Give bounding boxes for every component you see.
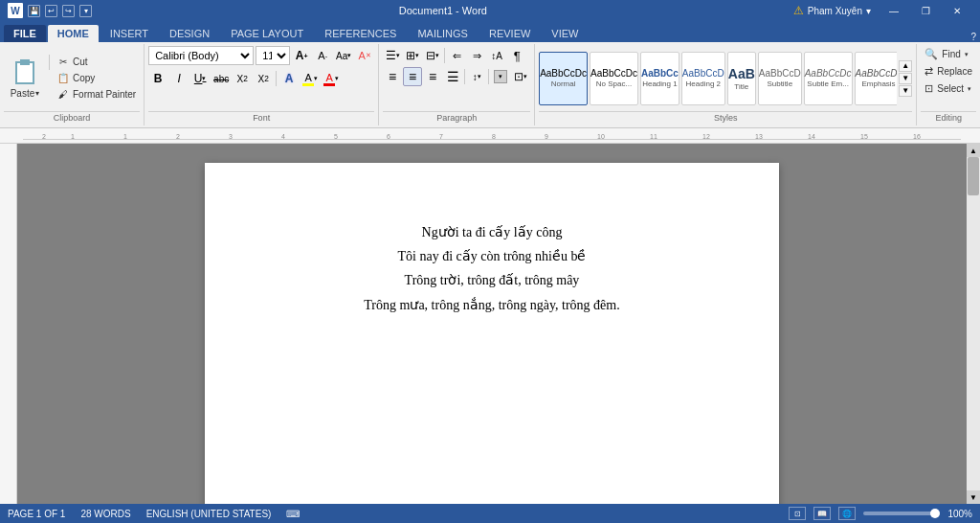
customize-quickaccess-button[interactable]: ▾ (79, 5, 92, 17)
scroll-down-button[interactable]: ▼ (967, 490, 980, 504)
superscript-button[interactable]: X2 (254, 69, 273, 88)
title-bar-left: W 💾 ↩ ↪ ▾ (8, 3, 93, 18)
svg-text:15: 15 (860, 133, 868, 140)
numbering-button[interactable]: ⊞▾ (403, 46, 422, 65)
paragraph-bottom-row: ≡ ≡ ≡ ☰ ↕▾ ▾ ⊡▾ (383, 67, 530, 86)
decrease-indent-button[interactable]: ⇐ (447, 46, 466, 65)
status-right-area: ⊡ 📖 🌐 100% (789, 507, 972, 520)
strikethrough-button[interactable]: abc (212, 69, 231, 88)
font-color-button[interactable]: A ▾ (322, 69, 341, 88)
editing-content: 🔍 Find ▾ ⇄ Replace ⊡ Select ▾ (921, 46, 976, 110)
user-area[interactable]: ⚠ Pham Xuyên ▾ (793, 4, 871, 17)
font-size-select[interactable]: 11 (256, 46, 290, 65)
svg-text:14: 14 (808, 133, 815, 140)
help-icon[interactable]: ? (970, 32, 976, 42)
read-mode-button[interactable]: 📖 (813, 507, 831, 520)
tab-home[interactable]: HOME (48, 25, 99, 42)
bullets-button[interactable]: ☰▾ (383, 46, 402, 65)
line-spacing-button[interactable]: ↕▾ (467, 67, 486, 86)
justify-button[interactable]: ☰ (443, 67, 462, 86)
page-info-label: PAGE 1 OF 1 (8, 509, 65, 519)
align-center-button[interactable]: ≡ (403, 67, 422, 86)
tab-references[interactable]: REFERENCES (315, 25, 406, 42)
style-normal-preview: AaBbCcDc (540, 68, 587, 79)
grow-font-button[interactable]: A+ (292, 46, 311, 65)
svg-text:8: 8 (492, 133, 496, 140)
copy-button[interactable]: 📋 Copy (53, 71, 140, 86)
scrollbar-track[interactable] (967, 157, 980, 490)
word-count-label: 28 WORDS (80, 509, 130, 519)
keyboard-icon: ⌨ (286, 509, 300, 519)
editing-group-label: Editing (921, 111, 976, 124)
style-heading1[interactable]: AaBbCc Heading 1 (640, 52, 679, 105)
styles-group: AaBbCcDc Normal AaBbCcDc No Spac... AaBb… (535, 44, 917, 125)
web-layout-button[interactable]: 🌐 (838, 507, 856, 520)
vertical-scrollbar[interactable]: ▲ ▼ (967, 144, 980, 504)
sort-button[interactable]: ↕A (487, 46, 506, 65)
style-subtitle[interactable]: AaBbCcD Subtitle (758, 52, 802, 105)
redo-quickaccess-button[interactable]: ↪ (62, 5, 75, 17)
tab-insert[interactable]: INSERT (100, 25, 158, 42)
main-area: Người ta đi cấy lấy công Tôi nay đi cấy … (0, 144, 980, 504)
change-case-button[interactable]: Aa▾ (334, 46, 353, 65)
undo-quickaccess-button[interactable]: ↩ (45, 5, 57, 17)
styles-group-label: Styles (539, 111, 912, 124)
font-content: Calibri (Body) 11 A+ A- Aa▾ A✕ B I U▾ ab… (148, 46, 374, 110)
language-label[interactable]: ENGLISH (UNITED STATES) (146, 509, 272, 519)
minimize-button[interactable]: — (879, 0, 909, 21)
clipboard-group: Paste ▾ ✂ Cut 📋 Copy 🖌 (0, 44, 145, 125)
font-name-select[interactable]: Calibri (Body) (148, 46, 254, 65)
restore-button[interactable]: ❐ (910, 0, 941, 21)
underline-button[interactable]: U▾ (190, 69, 210, 88)
replace-button[interactable]: ⇄ Replace (921, 63, 976, 80)
clear-formatting-button[interactable]: A✕ (355, 46, 374, 65)
print-layout-view-button[interactable]: ⊡ (789, 507, 806, 520)
borders-button[interactable]: ⊡▾ (511, 67, 530, 86)
style-no-spacing[interactable]: AaBbCcDc No Spac... (590, 52, 638, 105)
style-heading2[interactable]: AaBbCcD Heading 2 (681, 52, 725, 105)
align-left-button[interactable]: ≡ (383, 67, 402, 86)
user-dropdown-icon[interactable]: ▾ (866, 6, 871, 16)
close-button[interactable]: ✕ (942, 0, 972, 21)
styles-scroll-down-button[interactable]: ▼ (899, 73, 912, 84)
word-app-icon[interactable]: W (8, 3, 23, 18)
show-marks-button[interactable]: ¶ (507, 46, 526, 65)
style-subtle-em-label: Subtle Em... (807, 80, 849, 88)
shrink-font-button[interactable]: A- (313, 46, 332, 65)
select-button[interactable]: ⊡ Select ▾ (921, 80, 975, 97)
scrollbar-thumb[interactable] (968, 157, 979, 195)
styles-scroll-up-button[interactable]: ▲ (899, 60, 912, 72)
font-group: Calibri (Body) 11 A+ A- Aa▾ A✕ B I U▾ ab… (145, 44, 379, 125)
tab-view[interactable]: VIEW (542, 25, 588, 42)
help-button[interactable]: ? (970, 32, 980, 42)
cut-button[interactable]: ✂ Cut (53, 55, 140, 70)
styles-more-button[interactable]: ▼ (899, 85, 912, 97)
style-subtle-emphasis[interactable]: AaBbCcDc Subtle Em... (804, 52, 853, 105)
highlight-button[interactable]: A ▾ (301, 69, 320, 88)
paste-button[interactable]: Paste ▾ (4, 55, 46, 102)
style-title[interactable]: AaB Title (727, 52, 756, 105)
scroll-up-button[interactable]: ▲ (967, 144, 980, 157)
subscript-button[interactable]: X2 (233, 69, 252, 88)
multilevel-list-button[interactable]: ⊟▾ (423, 46, 442, 65)
italic-button[interactable]: I (169, 69, 189, 88)
tab-page-layout[interactable]: PAGE LAYOUT (221, 25, 313, 42)
zoom-slider[interactable] (863, 512, 940, 515)
tab-design[interactable]: DESIGN (160, 25, 219, 42)
style-normal[interactable]: AaBbCcDc Normal (539, 52, 588, 105)
save-quickaccess-button[interactable]: 💾 (28, 5, 40, 17)
document-scroll-area[interactable]: Người ta đi cấy lấy công Tôi nay đi cấy … (17, 144, 967, 504)
style-emphasis[interactable]: AaBbCcDc Emphasis (855, 52, 898, 105)
tab-file[interactable]: FILE (4, 25, 46, 42)
zoom-thumb[interactable] (930, 509, 940, 518)
tab-mailings[interactable]: MAILINGS (408, 25, 478, 42)
find-button[interactable]: 🔍 Find ▾ (921, 46, 971, 62)
align-right-button[interactable]: ≡ (423, 67, 442, 86)
increase-indent-button[interactable]: ⇒ (467, 46, 486, 65)
shading-button[interactable]: ▾ (491, 67, 510, 86)
text-effects-button[interactable]: A (279, 69, 299, 88)
format-painter-button[interactable]: 🖌 Format Painter (53, 87, 140, 102)
bold-button[interactable]: B (148, 69, 167, 88)
tab-review[interactable]: REVIEW (479, 25, 540, 42)
zoom-percent-label: 100% (947, 509, 972, 519)
